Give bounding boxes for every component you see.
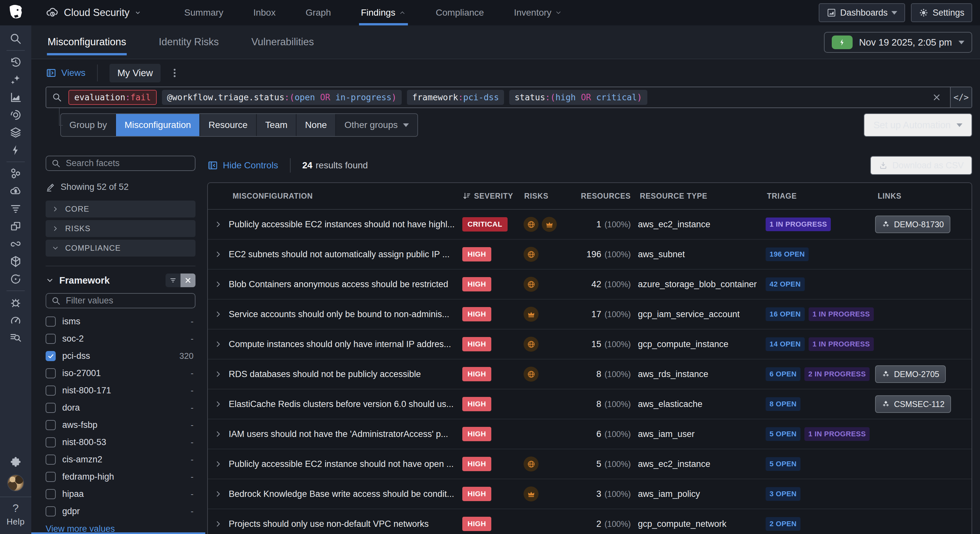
clear-query-icon[interactable] bbox=[932, 92, 942, 102]
nav-item-inbox[interactable]: Inbox bbox=[238, 0, 291, 25]
layers-icon[interactable] bbox=[5, 124, 26, 141]
triage-badge-open[interactable]: 5 OPEN bbox=[765, 457, 800, 471]
search-facets-input[interactable] bbox=[46, 156, 196, 171]
facet-value-aws-fsbp[interactable]: aws-fsbp- bbox=[46, 416, 196, 434]
gauge-icon[interactable] bbox=[5, 311, 26, 329]
table-row[interactable]: Publicly accessible EC2 instances should… bbox=[208, 210, 972, 240]
help-block[interactable]: ? Help bbox=[0, 497, 31, 531]
triage-badge-in-progress[interactable]: 1 IN PROGRESS bbox=[804, 427, 870, 441]
product-switcher[interactable]: Cloud Security bbox=[46, 0, 142, 25]
col-triage[interactable]: TRIAGE bbox=[763, 192, 874, 200]
bug-icon[interactable] bbox=[5, 294, 26, 311]
facet-section-core[interactable]: CORE bbox=[46, 200, 196, 218]
cloud-cost-icon[interactable] bbox=[5, 182, 26, 200]
expand-row-chevron[interactable] bbox=[208, 490, 229, 499]
facets-showing[interactable]: Showing 52 of 52 bbox=[46, 182, 196, 192]
facet-value-cis-amzn2[interactable]: cis-amzn2- bbox=[46, 451, 196, 468]
col-risks[interactable]: RISKS bbox=[520, 192, 573, 200]
nav-item-compliance[interactable]: Compliance bbox=[421, 0, 499, 25]
facet-clear-button[interactable] bbox=[180, 273, 196, 287]
expand-row-chevron[interactable] bbox=[208, 250, 229, 259]
triage-badge-in-progress[interactable]: 2 IN PROGRESS bbox=[804, 367, 870, 381]
globe-risk-icon[interactable] bbox=[523, 217, 539, 232]
log-search-icon[interactable] bbox=[5, 329, 26, 346]
area-chart-icon[interactable] bbox=[5, 89, 26, 106]
group-option-team[interactable]: Team bbox=[257, 114, 296, 136]
facet-value-nist-800-171[interactable]: nist-800-171- bbox=[46, 382, 196, 399]
settings-button[interactable]: Settings bbox=[911, 3, 972, 22]
jira-link-button[interactable]: DEMO-81730 bbox=[875, 216, 950, 233]
nav-item-inventory[interactable]: Inventory bbox=[499, 0, 577, 25]
triage-badge-open[interactable]: 42 OPEN bbox=[765, 277, 805, 291]
globe-risk-icon[interactable] bbox=[523, 247, 539, 262]
filter-values-input[interactable] bbox=[46, 293, 196, 308]
expand-row-chevron[interactable] bbox=[208, 399, 229, 408]
expand-row-chevron[interactable] bbox=[208, 280, 229, 289]
triage-badge-open[interactable]: 5 OPEN bbox=[765, 427, 800, 441]
col-misconfiguration[interactable]: MISCONFIGURATION bbox=[229, 192, 458, 200]
triage-badge-in-progress[interactable]: 1 IN PROGRESS bbox=[765, 218, 831, 231]
query-search-bar[interactable]: evaluation:fail@workflow.triage.status:(… bbox=[46, 87, 972, 108]
globe-risk-icon[interactable] bbox=[523, 277, 539, 292]
triage-badge-open[interactable]: 14 OPEN bbox=[765, 337, 805, 351]
group-option-none[interactable]: None bbox=[296, 114, 336, 136]
query-chip[interactable]: @workflow.triage.status:(open OR in-prog… bbox=[162, 90, 402, 105]
crown-risk-icon[interactable] bbox=[523, 307, 539, 322]
checkbox[interactable] bbox=[46, 316, 56, 327]
user-avatar[interactable] bbox=[7, 474, 24, 491]
table-row[interactable]: Service accounts should only be bound to… bbox=[208, 300, 972, 329]
facet-value-hipaa[interactable]: hipaa- bbox=[46, 485, 196, 503]
checkbox[interactable] bbox=[46, 506, 56, 517]
tab-misconfigurations[interactable]: Misconfigurations bbox=[47, 25, 127, 59]
sparkles-icon[interactable] bbox=[5, 71, 26, 89]
current-view-button[interactable]: My View bbox=[110, 64, 161, 83]
tab-vulnerabilities[interactable]: Vulnerabilities bbox=[251, 25, 315, 59]
checkbox[interactable] bbox=[46, 472, 56, 482]
checkbox[interactable] bbox=[46, 368, 56, 378]
bolt-icon[interactable] bbox=[5, 141, 26, 159]
expand-row-chevron[interactable] bbox=[208, 310, 229, 319]
table-row[interactable]: Compute instances should only have inter… bbox=[208, 329, 972, 359]
expand-row-chevron[interactable] bbox=[208, 459, 229, 469]
table-row[interactable]: Projects should only use non-default VPC… bbox=[208, 509, 972, 534]
checkbox[interactable] bbox=[46, 386, 56, 396]
group-option-resource[interactable]: Resource bbox=[200, 114, 257, 136]
checkbox[interactable] bbox=[46, 403, 56, 413]
expand-row-chevron[interactable] bbox=[208, 370, 229, 379]
table-row[interactable]: ElastiCache Redis clusters before versio… bbox=[208, 389, 972, 420]
triage-badge-in-progress[interactable]: 1 IN PROGRESS bbox=[809, 307, 874, 321]
crown-risk-icon[interactable] bbox=[542, 217, 557, 232]
facet-value-isms[interactable]: isms- bbox=[46, 313, 196, 330]
table-row[interactable]: RDS databases should not be publicly acc… bbox=[208, 359, 972, 389]
puzzle-icon[interactable] bbox=[5, 454, 26, 471]
triage-badge-open[interactable]: 6 OPEN bbox=[765, 367, 800, 381]
triage-badge-open[interactable]: 2 OPEN bbox=[765, 517, 800, 531]
search-icon[interactable] bbox=[5, 30, 26, 48]
facet-value-soc-2[interactable]: soc-2- bbox=[46, 330, 196, 347]
chain-icon[interactable] bbox=[5, 235, 26, 253]
views-button[interactable]: Views bbox=[46, 67, 85, 78]
query-chip[interactable]: framework:pci-dss bbox=[407, 90, 504, 105]
tab-identity-risks[interactable]: Identity Risks bbox=[158, 25, 219, 59]
jira-link-button[interactable]: DEMO-2705 bbox=[875, 366, 946, 383]
table-row[interactable]: EC2 subnets should not automatically ass… bbox=[208, 240, 972, 270]
col-resource-type[interactable]: RESOURCE TYPE bbox=[636, 192, 763, 200]
table-row[interactable]: IAM users should not have the 'Administr… bbox=[208, 420, 972, 449]
triage-badge-open[interactable]: 8 OPEN bbox=[765, 397, 800, 411]
scan-icon[interactable] bbox=[5, 106, 26, 124]
checkbox[interactable] bbox=[46, 455, 56, 465]
col-resources[interactable]: RESOURCES bbox=[573, 192, 636, 200]
log-list-icon[interactable] bbox=[5, 200, 26, 218]
expand-row-chevron[interactable] bbox=[208, 220, 229, 229]
jira-link-button[interactable]: CSMSEC-112 bbox=[875, 395, 951, 413]
shield-box-icon[interactable] bbox=[5, 253, 26, 270]
triage-badge-open[interactable]: 3 OPEN bbox=[765, 487, 800, 501]
windows-icon[interactable] bbox=[5, 218, 26, 235]
query-syntax-toggle[interactable]: </> bbox=[950, 87, 972, 108]
col-links[interactable]: LINKS bbox=[874, 192, 972, 200]
group-option-misconfiguration[interactable]: Misconfiguration bbox=[116, 114, 200, 136]
search-facets-field[interactable] bbox=[66, 158, 189, 168]
crown-risk-icon[interactable] bbox=[523, 486, 539, 501]
triage-badge-open[interactable]: 16 OPEN bbox=[765, 307, 805, 321]
nav-item-graph[interactable]: Graph bbox=[291, 0, 346, 25]
